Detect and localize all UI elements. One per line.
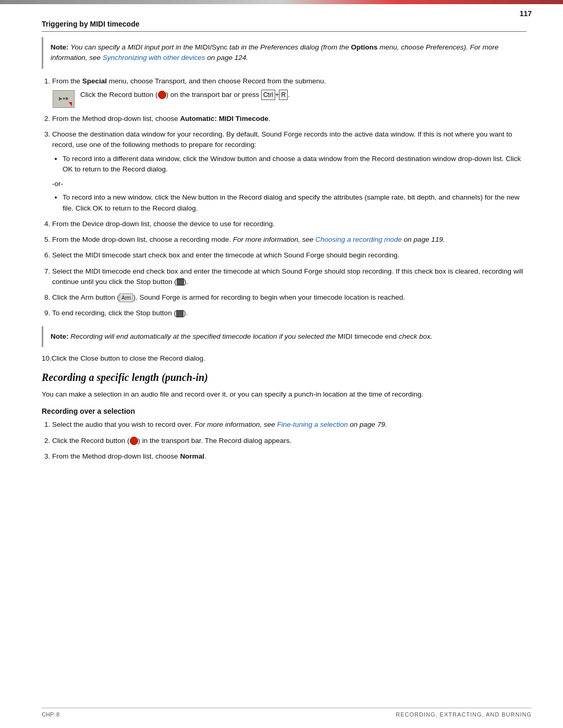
- step-8-text: Click the Arm button (Arm). Sound Forge …: [52, 293, 405, 301]
- content-area: Triggering by MIDI timecode Note: You ca…: [42, 20, 527, 462]
- step-9: To end recording, click the Stop button …: [52, 308, 527, 318]
- footer-right: RECORDING, EXTRACTING, AND BURNING: [396, 711, 532, 718]
- intro-paragraph: You can make a selection in an audio fil…: [42, 389, 527, 400]
- step-1-sub-text: Click the Record button () on the transp…: [80, 90, 290, 100]
- step-7: Select the MIDI timecode end check box a…: [52, 266, 527, 288]
- transport-icon-label: ▶●■: [59, 95, 68, 103]
- bullet-list-2: To record into a new window, click the N…: [63, 192, 527, 214]
- step-1-text: From the Special menu, choose Transport,…: [52, 77, 326, 85]
- bullet-2: To record into a new window, click the N…: [63, 192, 527, 214]
- page-number: 117: [520, 9, 532, 18]
- sub-step-2: Click the Record button () in the transp…: [52, 436, 527, 446]
- arm-button-icon: Arm: [119, 293, 133, 302]
- sub-step-1-text: Select the audio that you wish to record…: [52, 421, 387, 428]
- or-text: -or-: [52, 179, 527, 189]
- bullet-list: To record into a different data window, …: [63, 154, 527, 175]
- kbd-ctrl: Ctrl: [261, 90, 275, 100]
- step-1-sub: ▶●■ Click the Record button () on the tr…: [52, 90, 527, 108]
- note2-text2: check box.: [397, 332, 432, 340]
- step-8: Click the Arm button (Arm). Sound Forge …: [52, 292, 527, 303]
- section-title: Triggering by MIDI timecode: [42, 20, 527, 28]
- steps-list: From the Special menu, choose Transport,…: [52, 76, 527, 319]
- step-4: From the Device drop-down list, choose t…: [52, 219, 527, 229]
- step-6-text: Select the MIDI timecode start check box…: [52, 251, 399, 259]
- step-3-text: Choose the destination data window for y…: [52, 130, 512, 149]
- choosing-recording-link[interactable]: Choosing a recording mode: [315, 236, 402, 243]
- step-3: Choose the destination data window for y…: [52, 129, 527, 214]
- heading-text: Recording a specific length (punch-in): [42, 372, 208, 383]
- kbd-r: R: [279, 90, 288, 100]
- subsection-steps-list: Select the audio that you wish to record…: [52, 419, 527, 462]
- transport-screenshot: ▶●■: [53, 90, 75, 108]
- step-10-text: 10.Click the Close button to close the R…: [42, 354, 205, 362]
- record-button-icon-2: [130, 437, 138, 445]
- step-6: Select the MIDI timecode start check box…: [52, 250, 527, 261]
- step-5: From the Mode drop-down list, choose a r…: [52, 235, 527, 245]
- footer-left: CHP. 8: [42, 711, 59, 718]
- midi-timecode-end-code: MIDI timecode end: [338, 332, 397, 340]
- note-box-2: Note: Recording will end automatically a…: [42, 326, 527, 347]
- step-10: 10.Click the Close button to close the R…: [42, 354, 527, 362]
- preferences-italic: Preferences: [426, 43, 464, 51]
- stop-button-icon: [177, 278, 184, 286]
- sub-step-2-text: Click the Record button () in the transp…: [52, 437, 291, 445]
- footer: CHP. 8 RECORDING, EXTRACTING, AND BURNIN…: [42, 708, 532, 718]
- top-decorative-bar: [0, 0, 563, 4]
- options-bold: Options: [351, 43, 377, 51]
- note-text-2: tab in the Preferences dialog (from the: [229, 43, 351, 51]
- note-label-1: Note:: [51, 43, 69, 51]
- step-9-text: To end recording, click the Stop button …: [52, 309, 188, 317]
- midi-sync-text: MIDI/Sync: [195, 43, 227, 51]
- step-7-text: Select the MIDI timecode end check box a…: [52, 267, 523, 286]
- sub-step-3-text: From the Method drop-down list, choose N…: [52, 452, 206, 460]
- step-1: From the Special menu, choose Transport,…: [52, 76, 527, 108]
- transport-icon-area: ▶●■: [52, 90, 75, 108]
- sync-link[interactable]: Synchronizing with other devices: [103, 54, 205, 61]
- note-text-5: on page 124.: [205, 54, 248, 61]
- red-arrow-icon: [69, 102, 72, 106]
- note-label-2: Note:: [51, 332, 69, 340]
- stop-button-icon-2: [176, 310, 183, 317]
- bullet-1: To record into a different data window, …: [63, 154, 527, 175]
- divider-top: [42, 31, 527, 32]
- step-2-text: From the Method drop-down list, choose A…: [52, 115, 270, 122]
- fine-tuning-link[interactable]: Fine-tuning a selection: [277, 421, 348, 428]
- step-2: From the Method drop-down list, choose A…: [52, 114, 527, 124]
- main-section-heading: Recording a specific length (punch-in): [42, 372, 527, 384]
- note2-text: Recording will end automatically at the …: [70, 332, 338, 340]
- note-box-1: Note: You can specify a MIDI input port …: [42, 37, 527, 69]
- sub-step-3: From the Method drop-down list, choose N…: [52, 451, 527, 462]
- record-button-icon: [158, 91, 166, 99]
- note-text-1: You can specify a MIDI input port in the: [70, 43, 195, 51]
- page-container: 117 Triggering by MIDI timecode Note: Yo…: [0, 0, 563, 728]
- note-text-3: menu, choose: [380, 43, 426, 51]
- subsection-title: Recording over a selection: [42, 407, 527, 415]
- sub-step-1: Select the audio that you wish to record…: [52, 419, 527, 430]
- step-4-text: From the Device drop-down list, choose t…: [52, 220, 275, 228]
- step-5-text: From the Mode drop-down list, choose a r…: [52, 236, 445, 243]
